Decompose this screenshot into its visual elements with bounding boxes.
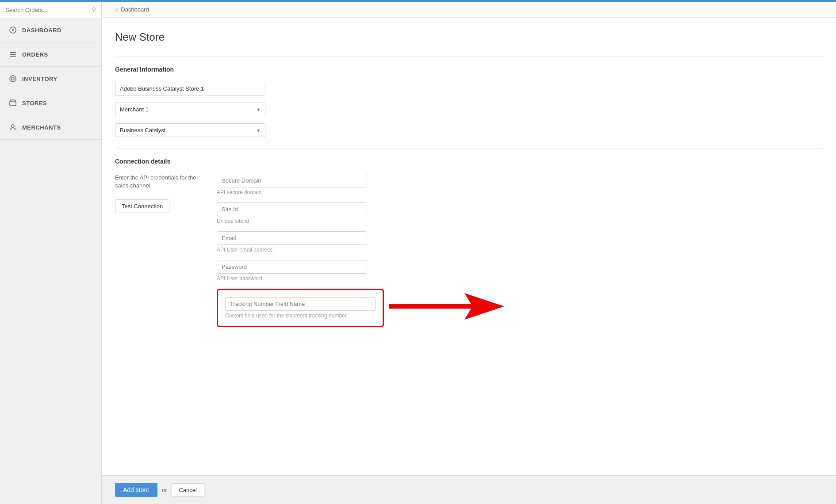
- tracking-highlight-box: Custom field used for the shipment track…: [217, 289, 384, 327]
- svg-rect-2: [10, 52, 16, 53]
- secure-domain-group: API secure domain: [217, 174, 823, 195]
- merchant-group: Merchant 1 Merchant 2 ▼: [115, 103, 358, 116]
- svg-point-1: [12, 29, 14, 31]
- svg-point-8: [12, 125, 14, 127]
- store-name-group: [115, 82, 358, 95]
- orders-label: Orders: [22, 51, 48, 58]
- password-input[interactable]: [217, 260, 367, 274]
- page-body: New Store General Information Merchant 1: [102, 18, 836, 466]
- connection-details-title: Connection details: [115, 158, 823, 165]
- merchants-label: Merchants: [22, 124, 61, 131]
- site-id-input[interactable]: [217, 202, 367, 216]
- search-input[interactable]: [5, 7, 92, 13]
- svg-point-6: [12, 77, 14, 80]
- general-info-title: General Information: [115, 66, 823, 73]
- breadcrumb-item: Dashboard: [121, 6, 149, 13]
- add-store-button[interactable]: Add store: [115, 483, 157, 497]
- stores-icon: [9, 99, 17, 107]
- svg-rect-3: [10, 54, 16, 55]
- or-text: or: [162, 487, 167, 493]
- sidebar-item-dashboard[interactable]: Dashboard: [0, 18, 101, 42]
- connection-details-section: Connection details Enter the API credent…: [115, 149, 823, 332]
- platform-group: Business Catalyst Shopify WooCommerce ▼: [115, 123, 358, 137]
- svg-rect-7: [10, 102, 16, 106]
- platform-select[interactable]: Business Catalyst Shopify WooCommerce: [115, 123, 265, 137]
- email-input[interactable]: [217, 231, 367, 245]
- page-title: New Store: [115, 31, 823, 43]
- home-icon: ⌂: [115, 7, 118, 13]
- breadcrumb: ⌂ Dashboard: [102, 2, 836, 18]
- red-arrow-annotation: [389, 293, 504, 321]
- sidebar: ⚲ Dashboard Orders: [0, 2, 102, 504]
- tracking-hint: Custom field used for the shipment track…: [225, 313, 376, 319]
- store-name-input[interactable]: [115, 82, 265, 95]
- platform-select-wrap: Business Catalyst Shopify WooCommerce ▼: [115, 123, 265, 137]
- tracking-arrow-container: Custom field used for the shipment track…: [217, 289, 823, 332]
- test-connection-button[interactable]: Test Connection: [115, 199, 169, 213]
- inventory-icon: [9, 75, 17, 83]
- connection-right-panel: API secure domain Unique site id API Use…: [217, 174, 823, 332]
- general-info-fields: Merchant 1 Merchant 2 ▼ Business Catalys…: [115, 82, 358, 144]
- inventory-label: Inventory: [22, 76, 58, 82]
- search-icon: ⚲: [92, 6, 96, 13]
- merchant-select-wrap: Merchant 1 Merchant 2 ▼: [115, 103, 265, 116]
- dashboard-label: Dashboard: [22, 27, 61, 34]
- tracking-input[interactable]: [225, 297, 376, 311]
- password-group: API User password: [217, 260, 823, 282]
- general-info-form: Merchant 1 Merchant 2 ▼ Business Catalys…: [115, 82, 823, 144]
- stores-label: Stores: [22, 100, 47, 107]
- search-box[interactable]: ⚲: [0, 2, 101, 18]
- svg-rect-4: [10, 56, 16, 57]
- tracking-group: Custom field used for the shipment track…: [225, 297, 376, 319]
- sidebar-item-inventory[interactable]: Inventory: [0, 67, 101, 91]
- email-group: API User email address: [217, 231, 823, 253]
- merchant-select[interactable]: Merchant 1 Merchant 2: [115, 103, 265, 116]
- email-hint: API User email address: [217, 247, 823, 253]
- orders-icon: [9, 50, 17, 58]
- password-hint: API User password: [217, 275, 823, 282]
- svg-point-5: [10, 76, 16, 82]
- main-content: ⌂ Dashboard New Store General Informatio…: [102, 2, 836, 504]
- general-info-section: General Information Merchant 1 Merchant …: [115, 57, 823, 144]
- sidebar-item-stores[interactable]: Stores: [0, 91, 101, 115]
- merchants-icon: [9, 123, 17, 131]
- secure-domain-hint: API secure domain: [217, 189, 823, 195]
- secure-domain-input[interactable]: [217, 174, 367, 187]
- dashboard-icon: [9, 26, 17, 34]
- footer-bar: Add store or Cancel: [102, 475, 836, 504]
- connection-form-layout: Enter the API credentials for the sales …: [115, 174, 823, 332]
- sidebar-item-orders[interactable]: Orders: [0, 42, 101, 67]
- connection-left-panel: Enter the API credentials for the sales …: [115, 174, 203, 213]
- svg-marker-9: [389, 293, 504, 320]
- site-id-group: Unique site id: [217, 202, 823, 224]
- connection-description: Enter the API credentials for the sales …: [115, 174, 203, 190]
- cancel-button[interactable]: Cancel: [172, 483, 204, 497]
- site-id-hint: Unique site id: [217, 218, 823, 224]
- sidebar-item-merchants[interactable]: Merchants: [0, 115, 101, 140]
